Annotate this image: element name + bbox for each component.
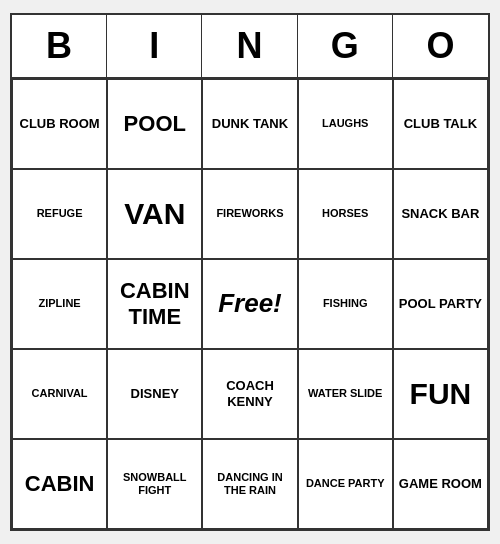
bingo-cell-24: GAME ROOM (393, 439, 488, 529)
bingo-cell-5: REFUGE (12, 169, 107, 259)
bingo-cell-20: CABIN (12, 439, 107, 529)
bingo-cell-14: POOL PARTY (393, 259, 488, 349)
bingo-cell-16: DISNEY (107, 349, 202, 439)
bingo-cell-8: HORSES (298, 169, 393, 259)
bingo-cell-15: CARNIVAL (12, 349, 107, 439)
bingo-cell-2: DUNK TANK (202, 79, 297, 169)
bingo-cell-7: FIREWORKS (202, 169, 297, 259)
bingo-cell-13: FISHING (298, 259, 393, 349)
bingo-cell-22: DANCING IN THE RAIN (202, 439, 297, 529)
header-letter-N: N (202, 15, 297, 77)
bingo-header: BINGO (12, 15, 488, 79)
header-letter-I: I (107, 15, 202, 77)
bingo-cell-11: CABIN TIME (107, 259, 202, 349)
bingo-grid: CLUB ROOMPOOLDUNK TANKLAUGHSCLUB TALKREF… (12, 79, 488, 529)
bingo-cell-21: SNOWBALL FIGHT (107, 439, 202, 529)
bingo-cell-9: SNACK BAR (393, 169, 488, 259)
bingo-cell-12: Free! (202, 259, 297, 349)
bingo-cell-4: CLUB TALK (393, 79, 488, 169)
bingo-cell-1: POOL (107, 79, 202, 169)
bingo-cell-18: WATER SLIDE (298, 349, 393, 439)
bingo-cell-10: ZIPLINE (12, 259, 107, 349)
bingo-card: BINGO CLUB ROOMPOOLDUNK TANKLAUGHSCLUB T… (10, 13, 490, 531)
bingo-cell-3: LAUGHS (298, 79, 393, 169)
bingo-cell-19: FUN (393, 349, 488, 439)
header-letter-B: B (12, 15, 107, 77)
bingo-cell-0: CLUB ROOM (12, 79, 107, 169)
bingo-cell-17: COACH KENNY (202, 349, 297, 439)
header-letter-O: O (393, 15, 488, 77)
bingo-cell-23: DANCE PARTY (298, 439, 393, 529)
header-letter-G: G (298, 15, 393, 77)
bingo-cell-6: VAN (107, 169, 202, 259)
